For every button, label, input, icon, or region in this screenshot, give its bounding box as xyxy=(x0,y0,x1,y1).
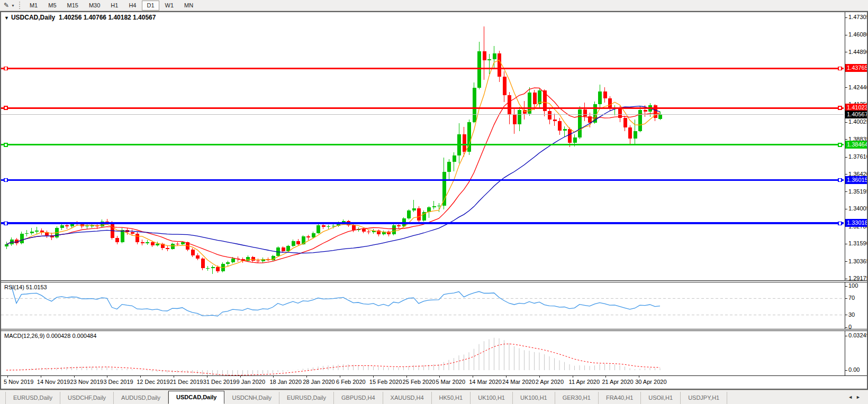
chart-tab-fra40-h1[interactable]: FRA40,H1 xyxy=(599,392,641,404)
chart-window: ▼USDCAD,Daily 1.40256 1.40766 1.40182 1.… xyxy=(0,11,868,390)
candle-body xyxy=(322,225,326,227)
rsi-tick-label: 30 xyxy=(848,311,855,318)
candle-body xyxy=(638,110,642,131)
chart-tab-usdcad-daily[interactable]: USDCAD,Daily xyxy=(168,391,224,404)
chart-tab-uk100-h1[interactable]: UK100,H1 xyxy=(513,392,555,404)
candle-body xyxy=(533,93,537,104)
price-tick-label: 1.46080 xyxy=(848,31,868,38)
date-tick-mark xyxy=(373,376,374,378)
chart-tab-usoil-h1[interactable]: USOil,H1 xyxy=(641,392,681,404)
macd-signal-line xyxy=(6,344,660,375)
candle-body xyxy=(644,110,647,112)
panel-splitter-macd[interactable] xyxy=(0,329,868,331)
candle-body xyxy=(483,51,486,60)
timeframe-button-mn[interactable]: MN xyxy=(179,1,198,11)
chart-tab-eurusd-daily[interactable]: EURUSD,Daily xyxy=(5,392,60,404)
date-tick-label: 6 Feb 2020 xyxy=(336,379,366,385)
line-handle xyxy=(4,222,7,225)
date-tick-mark xyxy=(41,376,41,378)
date-tick-mark xyxy=(473,376,473,378)
timeframe-button-m30[interactable]: M30 xyxy=(84,1,105,11)
tool-dropdown-arrow-icon[interactable]: ▼ xyxy=(11,4,15,7)
chart-tab-uk100-h1[interactable]: UK100,H1 xyxy=(471,392,513,404)
price-chart-canvas[interactable] xyxy=(1,12,844,280)
candle-body xyxy=(608,98,612,108)
candle-body xyxy=(306,236,310,237)
candle-body xyxy=(327,226,330,227)
chart-collapse-icon[interactable]: ▼ xyxy=(4,15,9,21)
date-tick-mark xyxy=(140,376,141,378)
candle-body xyxy=(211,267,215,268)
rsi-tick-label: 100 xyxy=(848,282,858,289)
candle-body xyxy=(432,206,436,208)
line-handle xyxy=(4,67,7,70)
timeframe-button-h1[interactable]: H1 xyxy=(106,1,123,11)
date-tick-label: 21 Dec 2019 xyxy=(170,379,203,385)
timeframe-button-h4[interactable]: H4 xyxy=(124,1,141,11)
date-tick-mark xyxy=(605,376,606,378)
candle-body xyxy=(65,225,69,227)
date-tick-label: 12 Dec 2019 xyxy=(137,379,169,385)
date-tick-label: 9 Jan 2020 xyxy=(237,379,265,385)
candle-body xyxy=(453,155,456,161)
timeframe-button-m15[interactable]: M15 xyxy=(62,1,83,11)
candle-body xyxy=(583,109,587,116)
timeframe-button-d1[interactable]: D1 xyxy=(142,1,159,11)
chart-tab-xauusd-h4[interactable]: XAUUSD,H4 xyxy=(383,392,432,404)
rsi-indicator-canvas[interactable] xyxy=(1,282,844,329)
candle-body xyxy=(362,229,366,232)
candle-body xyxy=(111,222,114,238)
date-tick-label: 11 Apr 2020 xyxy=(569,379,600,385)
date-tick-mark xyxy=(639,376,639,378)
candle-body xyxy=(312,233,315,237)
tab-scroll-left-icon[interactable]: ◄ xyxy=(848,394,856,400)
candle-body xyxy=(598,91,602,104)
chart-tab-usdcnh-daily[interactable]: USDCNH,Daily xyxy=(224,392,279,404)
candle-body xyxy=(261,259,265,262)
price-tick-label: 1.42440 xyxy=(848,84,868,90)
chart-tab-gbpusd-h4[interactable]: GBPUSD,H4 xyxy=(334,392,383,404)
timeframe-button-m1[interactable]: M1 xyxy=(25,1,42,11)
candle-body xyxy=(131,232,134,234)
candle-body xyxy=(105,222,109,222)
price-tick-label: 1.40025 xyxy=(848,118,868,125)
candle-body xyxy=(487,59,491,60)
draw-tool-icon[interactable]: ✎ xyxy=(2,1,11,10)
date-tick-label: 28 Jan 2020 xyxy=(303,379,335,385)
candle-body xyxy=(553,120,557,121)
macd-indicator-canvas[interactable] xyxy=(1,331,844,375)
chart-tab-eurusd-daily[interactable]: EURUSD,Daily xyxy=(279,392,334,404)
candle-body xyxy=(578,109,582,137)
line-handle xyxy=(838,222,842,225)
candle-body xyxy=(141,242,144,243)
chart-tab-hk50-h1[interactable]: HK50,H1 xyxy=(432,392,471,404)
date-tick-label: 23 Nov 2019 xyxy=(70,379,103,385)
chart-tab-usdchf-daily[interactable]: USDCHF,Daily xyxy=(60,392,114,404)
candle-body xyxy=(60,225,64,228)
chart-tab-audusd-daily[interactable]: AUDUSD,Daily xyxy=(114,392,168,404)
line-handle xyxy=(838,143,842,146)
chart-tab-ger30-h1[interactable]: GER30,H1 xyxy=(555,392,599,404)
candle-body xyxy=(121,230,124,242)
date-tick-mark xyxy=(207,376,207,378)
tab-scroll-right-icon[interactable]: ► xyxy=(856,394,864,400)
line-handle xyxy=(4,106,7,109)
chart-tab-usdjpy-h1[interactable]: USDJPY,H1 xyxy=(681,392,727,404)
date-tick-mark xyxy=(240,376,241,378)
timeframe-button-m5[interactable]: M5 xyxy=(43,1,61,11)
timeframe-button-w1[interactable]: W1 xyxy=(160,1,179,11)
candle-body xyxy=(85,226,89,226)
level-price-badge: 1.36015 xyxy=(845,176,868,184)
panel-splitter-rsi[interactable] xyxy=(0,280,868,282)
level-price-badge: 1.43765 xyxy=(845,64,868,72)
macd-indicator-label: MACD(12,26,9) 0.000428 0.000484 xyxy=(4,333,96,339)
macd-tick-label: 0.00 xyxy=(848,366,860,373)
mt4-window: ✎ ▼ M1M5M15M30H1H4D1W1MN ▼USDCAD,Daily 1… xyxy=(0,0,868,404)
candle-body xyxy=(196,255,200,259)
price-tick-label: 1.47305 xyxy=(848,14,868,20)
rsi-tick-label: 70 xyxy=(848,295,855,301)
candle-body xyxy=(477,51,481,88)
level-price-badge: 1.33018 xyxy=(845,219,868,227)
price-tick-label: 1.35195 xyxy=(848,188,868,195)
date-tick-label: 31 Dec 2019 xyxy=(203,379,236,385)
